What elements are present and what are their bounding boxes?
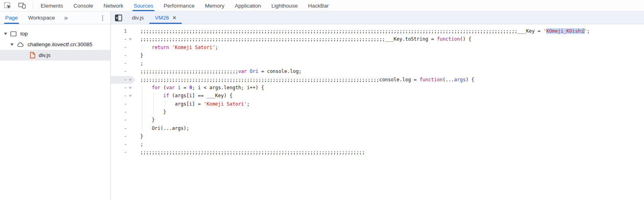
code-line: - args[i] = 'Komeji Satori'; — [111, 100, 644, 108]
tree-item-div-js[interactable]: div.js — [0, 50, 110, 61]
code-text[interactable]: } — [134, 108, 166, 116]
fold-arrow-icon[interactable] — [129, 38, 132, 41]
tree-item-label: top — [20, 31, 28, 37]
fold-arrow-icon[interactable] — [129, 79, 132, 81]
indent-guide — [142, 85, 142, 131]
code-text[interactable]: } — [134, 116, 155, 124]
tab-application[interactable]: Application — [230, 0, 266, 11]
editor-tab-strip: div.jsVM26× — [111, 12, 644, 24]
fold-gutter — [127, 116, 134, 124]
tab-memory[interactable]: Memory — [200, 0, 230, 11]
line-number-gutter[interactable]: - — [111, 51, 127, 59]
code-line: - for (var i = 0; i < args.length; i++) … — [111, 84, 644, 92]
toolbar-icons — [0, 0, 32, 11]
code-text[interactable]: for (var i = 0; i < args.length; i++) { — [134, 84, 264, 92]
code-line: -;;;;;;;;;;;;;;;;;;;;;;;;;;;;;;;;;;;;;;;… — [111, 76, 644, 84]
tab-lighthouse[interactable]: Lighthouse — [266, 0, 303, 11]
fold-gutter — [127, 124, 134, 132]
code-line: -;;;;;;;;;;;;;;;;;;;;;;;;;;;;;;;;;;;;;;;… — [111, 35, 644, 43]
fold-gutter[interactable] — [127, 35, 134, 43]
code-editor[interactable]: 1;;;;;;;;;;;;;;;;;;;;;;;;;;;;;;;;;;;;;;;… — [111, 24, 644, 200]
fold-gutter[interactable] — [127, 92, 134, 100]
navigator-tab-workspace[interactable]: Workspace — [23, 12, 60, 24]
code-text[interactable]: ;;;;;;;;;;;;;;;;;;;;;;;;;;;;;;;;;;;;;;;;… — [134, 148, 365, 156]
code-text[interactable]: } — [134, 132, 143, 140]
editor-tab-vm26[interactable]: VM26× — [149, 12, 182, 24]
tree-item-label: challenge.ilovectf.cn:30085 — [27, 41, 92, 47]
indent-guide — [165, 101, 165, 107]
fold-arrow-icon[interactable] — [129, 87, 132, 89]
line-number-gutter[interactable]: - — [111, 100, 127, 108]
navigator-panel-toggle-icon[interactable] — [111, 12, 126, 24]
code-lines: 1;;;;;;;;;;;;;;;;;;;;;;;;;;;;;;;;;;;;;;;… — [111, 24, 644, 157]
code-text[interactable]: args[i] = 'Komeji Satori'; — [134, 100, 250, 108]
fold-arrow-icon[interactable] — [129, 95, 132, 97]
line-number-gutter[interactable]: - — [111, 132, 127, 140]
main-toolbar: ElementsConsoleNetworkSourcesPerformance… — [0, 0, 644, 12]
device-toolbar-icon[interactable] — [18, 2, 26, 9]
line-number-gutter[interactable]: - — [111, 116, 127, 124]
tab-console[interactable]: Console — [68, 0, 98, 11]
second-row: PageWorkspace » ⋮ div.jsVM26× — [0, 12, 644, 24]
fold-gutter[interactable] — [127, 84, 134, 92]
code-text[interactable]: ;;;;;;;;;;;;;;;;;;;;;;;;;;;;;;;;;;;;;;;;… — [134, 76, 474, 84]
fold-gutter — [127, 140, 134, 148]
code-line: -} — [111, 132, 644, 140]
tree-item-challenge-ilovectf-cn-30085[interactable]: challenge.ilovectf.cn:30085 — [0, 39, 110, 50]
code-text[interactable]: ;;;;;;;;;;;;;;;;;;;;;;;;;;;;;;;;;;;;;;;;… — [134, 27, 590, 35]
code-text[interactable]: if (args[i] == ___Key) { — [134, 92, 232, 100]
frame-icon — [10, 31, 17, 37]
editor-tab-div-js[interactable]: div.js — [126, 12, 149, 24]
fold-gutter — [127, 108, 134, 116]
code-text[interactable]: ; — [134, 140, 143, 148]
editor-tab-label: div.js — [132, 15, 144, 21]
code-text[interactable]: ; — [134, 59, 143, 67]
line-number-gutter[interactable]: - — [111, 35, 127, 43]
close-icon[interactable]: × — [173, 15, 176, 21]
fold-gutter — [127, 51, 134, 59]
tab-hackbar[interactable]: HackBar — [303, 0, 334, 11]
tab-elements[interactable]: Elements — [35, 0, 68, 11]
line-number-gutter[interactable]: - — [111, 108, 127, 116]
line-number-gutter[interactable]: - — [111, 59, 127, 67]
code-text[interactable]: ;;;;;;;;;;;;;;;;;;;;;;;;;;;;;;;;;;;;;;;;… — [134, 35, 471, 43]
code-line: - return 'Komeji Satori'; — [111, 43, 644, 51]
code-text[interactable]: ;;;;;;;;;;;;;;;;;;;;;;;;;;;;;;;;;;var Or… — [134, 67, 302, 75]
line-number-gutter[interactable]: - — [111, 84, 127, 92]
tree-item-top[interactable]: top — [0, 28, 110, 39]
code-text[interactable]: } — [134, 51, 143, 59]
line-number-gutter[interactable]: - — [111, 92, 127, 100]
code-line: - } — [111, 108, 644, 116]
fold-gutter[interactable] — [127, 76, 134, 84]
inspect-icon[interactable] — [4, 2, 12, 10]
fold-gutter — [127, 43, 134, 51]
tab-performance[interactable]: Performance — [159, 0, 200, 11]
line-number-gutter[interactable]: - — [111, 148, 127, 156]
line-number-gutter[interactable]: - — [111, 140, 127, 148]
more-tabs-icon[interactable]: » — [60, 12, 71, 24]
line-number-gutter[interactable]: - — [111, 124, 127, 132]
devtools-window: ElementsConsoleNetworkSourcesPerformance… — [0, 0, 644, 200]
fold-gutter — [127, 67, 134, 75]
line-number-gutter[interactable]: - — [111, 76, 127, 84]
tab-sources[interactable]: Sources — [128, 0, 159, 11]
file-tree: topchallenge.ilovectf.cn:30085div.js — [0, 28, 110, 61]
cloud-icon — [16, 41, 24, 47]
navigator-tab-page[interactable]: Page — [0, 12, 23, 24]
file-navigator: topchallenge.ilovectf.cn:30085div.js — [0, 24, 111, 200]
indent-guide — [142, 45, 142, 50]
tab-network[interactable]: Network — [98, 0, 129, 11]
code-line: -; — [111, 140, 644, 148]
tree-expand-caret-icon[interactable] — [10, 43, 14, 46]
line-number-gutter[interactable]: - — [111, 67, 127, 75]
file-icon — [29, 52, 35, 59]
tree-expand-caret-icon[interactable] — [4, 33, 7, 35]
line-number-gutter[interactable]: 1 — [111, 27, 127, 35]
code-text[interactable]: return 'Komeji Satori'; — [134, 43, 218, 51]
code-line: - Ori(...args); — [111, 124, 644, 132]
navigator-header: PageWorkspace » ⋮ — [0, 12, 111, 24]
code-line: -} — [111, 51, 644, 59]
indent-guide — [153, 93, 154, 115]
navigator-menu-icon[interactable]: ⋮ — [95, 12, 110, 24]
line-number-gutter[interactable]: - — [111, 43, 127, 51]
